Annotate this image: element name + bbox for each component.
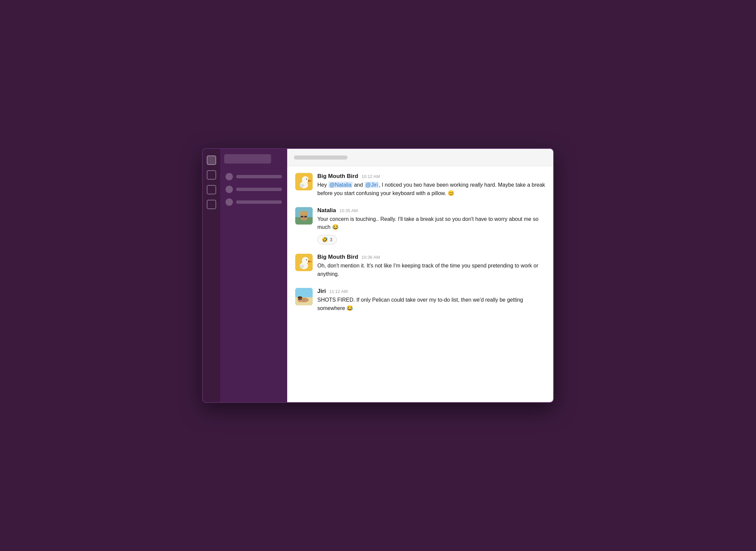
message-3: Big Mouth Bird 10:36 AM Oh, don't mentio…: [295, 254, 545, 279]
sender-name-4: Jiri: [317, 288, 326, 295]
svg-rect-36: [298, 299, 300, 300]
message-time-3: 10:36 AM: [362, 255, 380, 260]
message-text-3: Oh, don't mention it. It's not like I'm …: [317, 262, 545, 279]
channel-dot: [226, 198, 233, 206]
app-window: Big Mouth Bird 10:12 AM Hey @Natalia and…: [202, 148, 554, 403]
sidebar-icon-home[interactable]: [207, 156, 216, 165]
header-channel-name: [294, 156, 348, 160]
sidebar-icon-mentions[interactable]: [207, 200, 216, 209]
sidebar-item-2[interactable]: [224, 183, 283, 196]
svg-point-15: [300, 211, 308, 215]
message-time-4: 11:12 AM: [329, 289, 348, 294]
message-header-1: Big Mouth Bird 10:12 AM: [317, 173, 545, 180]
avatar-jiri: [295, 288, 313, 305]
message-text-1: Hey @Natalia and @Jiri, I noticed you tw…: [317, 181, 545, 198]
avatar-bigmouthbird-1: [295, 173, 313, 190]
channel-dot: [226, 173, 233, 180]
avatar-bigmouthbird-2: [295, 254, 313, 271]
message-body-1: Big Mouth Bird 10:12 AM Hey @Natalia and…: [317, 173, 545, 198]
channel-sidebar: [220, 149, 287, 402]
svg-point-35: [298, 296, 302, 299]
main-chat: Big Mouth Bird 10:12 AM Hey @Natalia and…: [287, 149, 553, 402]
sidebar-search-bar[interactable]: [224, 154, 271, 164]
message-body-2: Natalia 10:35 AM Your concern is touchin…: [317, 207, 545, 245]
message-2: Natalia 10:35 AM Your concern is touchin…: [295, 207, 545, 245]
message-body-4: Jiri 11:12 AM SHOTS FIRED. If only Pelic…: [317, 288, 545, 313]
chat-messages: Big Mouth Bird 10:12 AM Hey @Natalia and…: [287, 166, 553, 402]
message-4: Jiri 11:12 AM SHOTS FIRED. If only Pelic…: [295, 288, 545, 313]
sender-name-3: Big Mouth Bird: [317, 254, 358, 260]
svg-point-21: [303, 258, 308, 263]
svg-rect-16: [301, 216, 303, 218]
message-header-4: Jiri 11:12 AM: [317, 288, 545, 295]
message-time-1: 10:12 AM: [362, 174, 380, 179]
message-header-3: Big Mouth Bird 10:36 AM: [317, 254, 545, 260]
avatar-natalia: [295, 207, 313, 225]
svg-rect-17: [304, 216, 307, 218]
channel-dot: [226, 186, 233, 193]
svg-point-22: [306, 259, 307, 260]
reaction-emoji-1: 🤣: [322, 237, 328, 243]
svg-rect-30: [295, 288, 313, 297]
message-1: Big Mouth Bird 10:12 AM Hey @Natalia and…: [295, 173, 545, 198]
mention-jiri[interactable]: @Jiri: [365, 182, 379, 188]
svg-rect-37: [300, 299, 302, 300]
sidebar-icon-channels[interactable]: [207, 170, 216, 180]
sidebar-item-1[interactable]: [224, 170, 283, 183]
channel-label: [236, 188, 282, 191]
chat-header: [287, 149, 553, 166]
svg-point-2: [303, 177, 308, 182]
svg-point-23: [307, 259, 307, 260]
sender-name-1: Big Mouth Bird: [317, 173, 358, 180]
icon-sidebar: [203, 149, 220, 402]
channel-label: [236, 175, 282, 178]
message-time-2: 10:35 AM: [339, 208, 358, 213]
sidebar-icon-dms[interactable]: [207, 185, 216, 194]
message-text-2: Your concern is touching.. Really. I'll …: [317, 215, 545, 232]
channel-label: [236, 200, 282, 204]
svg-point-3: [306, 179, 307, 180]
message-header-2: Natalia 10:35 AM: [317, 207, 545, 214]
sidebar-item-3[interactable]: [224, 196, 283, 208]
message-body-3: Big Mouth Bird 10:36 AM Oh, don't mentio…: [317, 254, 545, 279]
reaction-1[interactable]: 🤣 3: [317, 235, 337, 244]
reaction-count-1: 3: [330, 237, 332, 242]
svg-point-4: [307, 179, 307, 179]
mention-natalia[interactable]: @Natalia: [328, 182, 353, 188]
message-text-4: SHOTS FIRED. If only Pelican could take …: [317, 296, 545, 313]
sender-name-2: Natalia: [317, 207, 336, 214]
